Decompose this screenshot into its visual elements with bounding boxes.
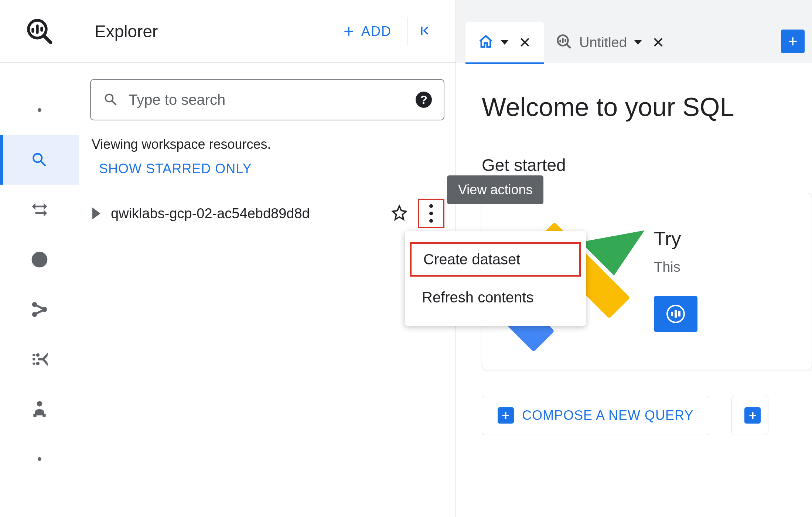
compose-query-button[interactable]: + COMPOSE A NEW QUERY	[482, 396, 709, 435]
close-tab-icon[interactable]: ✕	[652, 34, 665, 51]
project-name: qwiklabs-gcp-02-ac54ebd89d8d	[111, 206, 381, 222]
expand-triangle-icon[interactable]	[92, 208, 100, 219]
card-title: Try	[654, 227, 808, 250]
resources-text: Viewing workspace resources.	[92, 137, 444, 152]
query-icon	[556, 34, 572, 51]
add-button[interactable]: ADD	[335, 18, 398, 44]
star-icon[interactable]	[391, 205, 407, 222]
plus-icon	[341, 24, 356, 39]
new-tab-button[interactable]: +	[781, 30, 805, 53]
open-query-button[interactable]	[654, 296, 697, 332]
project-row[interactable]: qwiklabs-gcp-02-ac54ebd89d8d	[90, 202, 444, 225]
bigquery-logo[interactable]	[0, 0, 79, 63]
collapse-panel-button[interactable]	[407, 17, 441, 45]
tab-label: Untitled	[579, 35, 627, 51]
help-icon[interactable]: ?	[416, 92, 432, 108]
dropdown-triangle-icon[interactable]	[501, 40, 508, 45]
tab-home[interactable]: ✕	[465, 22, 544, 63]
collapse-left-icon	[416, 23, 433, 39]
search-input[interactable]	[129, 92, 406, 108]
nav-rail	[0, 0, 79, 517]
view-actions-tooltip: View actions	[447, 175, 543, 204]
tab-untitled[interactable]: Untitled ✕	[544, 22, 677, 63]
nav-analytics-hub[interactable]	[0, 284, 79, 334]
more-actions-button[interactable]	[418, 199, 444, 228]
menu-create-dataset[interactable]: Create dataset	[410, 242, 581, 277]
nav-search[interactable]	[0, 135, 79, 185]
nav-dot-top[interactable]	[0, 85, 79, 135]
svg-point-6	[36, 362, 39, 365]
svg-rect-9	[42, 414, 45, 417]
search-box[interactable]: ?	[90, 79, 444, 120]
menu-refresh-contents[interactable]: Refresh contents	[405, 280, 586, 315]
nav-capacity[interactable]	[0, 384, 79, 434]
context-menu: Create dataset Refresh contents	[405, 231, 586, 326]
compose-extra-button[interactable]: +	[731, 396, 768, 435]
show-starred-button[interactable]: SHOW STARRED ONLY	[99, 161, 444, 177]
tab-bar: ✕ Untitled ✕ +	[456, 0, 812, 63]
svg-point-5	[36, 353, 39, 356]
dropdown-triangle-icon[interactable]	[634, 40, 642, 45]
search-icon	[103, 92, 119, 108]
nav-scheduled-queries[interactable]	[0, 234, 79, 284]
plus-box-icon: +	[744, 407, 761, 424]
add-button-label: ADD	[361, 24, 392, 39]
compose-query-label: COMPOSE A NEW QUERY	[522, 408, 693, 423]
explorer-title: Explorer	[95, 21, 335, 41]
get-started-heading: Get started	[482, 155, 812, 175]
svg-point-7	[37, 401, 42, 407]
explorer-panel: Explorer ADD ? Viewing workspace resourc…	[79, 0, 456, 517]
plus-box-icon: +	[498, 407, 514, 424]
nav-dataform[interactable]	[0, 334, 79, 384]
close-tab-icon[interactable]: ✕	[519, 34, 531, 51]
nav-transfers[interactable]	[0, 185, 79, 234]
nav-dot-bottom[interactable]	[0, 434, 79, 484]
svg-rect-8	[33, 414, 36, 417]
welcome-title: Welcome to your SQL	[482, 92, 812, 122]
plus-icon: +	[788, 33, 798, 49]
query-circle-icon	[666, 305, 685, 323]
card-subtitle: This	[654, 259, 808, 275]
home-icon	[478, 34, 494, 51]
more-vert-icon	[429, 204, 433, 223]
